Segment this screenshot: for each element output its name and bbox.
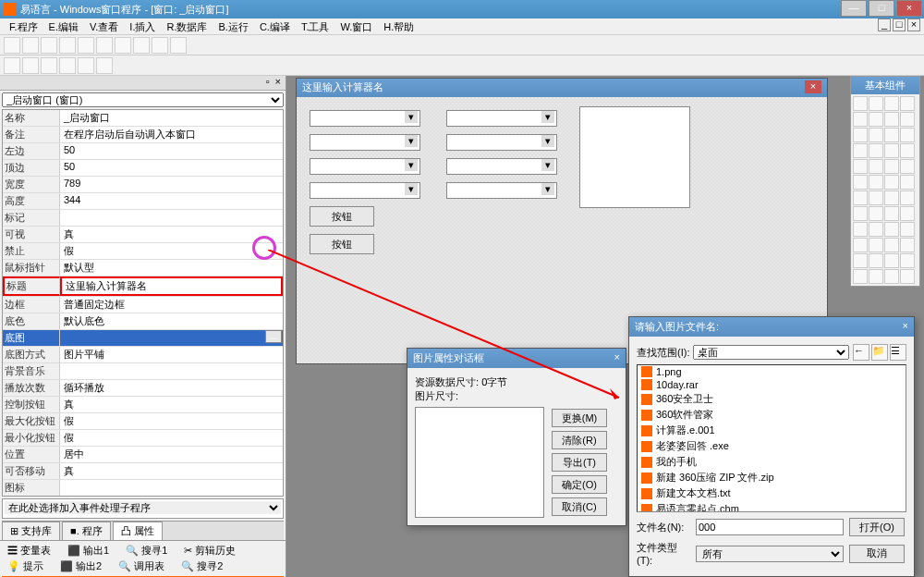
property-value[interactable]: 真 [60,227,283,242]
property-value[interactable]: 普通固定边框 [60,297,283,313]
toolbar-open-icon[interactable] [22,37,39,54]
property-value[interactable]: 默认型 [60,260,283,276]
property-row[interactable]: 图标 [3,480,283,497]
toolbox-item[interactable] [900,112,915,127]
file-item[interactable]: 360软件管家 [638,407,906,423]
toolbox-item[interactable] [869,143,883,158]
toolbar-undo-icon[interactable] [115,37,131,54]
toolbox-item[interactable] [884,128,899,142]
menu-item[interactable]: C.编译 [254,18,296,34]
menu-item[interactable]: I.插入 [124,18,161,34]
view-menu-icon[interactable]: ☰ [890,344,906,361]
property-value[interactable]: 在程序启动后自动调入本窗口 [60,127,283,142]
toolbox-item[interactable] [853,143,868,158]
property-value[interactable]: 344 [60,193,283,209]
output-tab[interactable]: 💡 提示 [2,559,49,574]
combo-2[interactable] [310,134,420,151]
button-1[interactable]: 按钮 [310,206,374,227]
property-value[interactable]: 真 [60,463,283,479]
property-row[interactable]: 鼠标指针默认型 [3,260,283,276]
toolbox-item[interactable] [853,128,868,142]
output-tab[interactable]: 🔍 搜寻2 [176,559,228,574]
toolbox-item[interactable] [900,128,915,142]
file-item[interactable]: 360安全卫士 [638,391,906,407]
button-2[interactable]: 按钮 [310,234,374,254]
image-placeholder[interactable] [579,106,690,208]
filename-input[interactable] [696,519,844,535]
align-right-icon[interactable] [41,57,57,74]
toolbox-item[interactable] [869,269,883,284]
toolbox-item[interactable] [900,96,915,111]
left-tab[interactable]: ⊞ 支持库 [2,522,60,540]
left-tab[interactable]: 凸 属性 [113,522,163,540]
property-value[interactable] [60,480,283,496]
file-item[interactable]: 计算器.e.001 [638,423,906,438]
file-item[interactable]: 新建 360压缩 ZIP 文件.zip [638,470,906,485]
property-value[interactable]: 居中 [60,447,283,462]
export-button[interactable]: 导出(T) [552,453,607,472]
mdi-close-icon[interactable]: × [907,18,920,31]
file-item[interactable]: 新建文本文档.txt [638,485,906,501]
close-button[interactable]: × [896,0,922,17]
toolbox-item[interactable] [853,222,868,237]
combo-3[interactable] [310,158,420,175]
property-row[interactable]: 备注在程序启动后自动调入本窗口 [3,127,283,143]
toolbar-copy-icon[interactable] [78,37,94,54]
output-tab[interactable]: 🔍 搜寻1 [120,543,173,559]
filedlg-close-icon[interactable]: × [903,320,908,334]
menu-item[interactable]: F.程序 [4,18,43,34]
property-row[interactable]: 背景音乐 [3,363,283,380]
folder-up-icon[interactable]: ← [853,344,869,361]
property-value[interactable]: 循环播放 [60,380,283,396]
change-button[interactable]: 更换(M) [552,409,607,427]
output-tab[interactable]: ✂ 剪辑历史 [178,543,241,559]
toolbox-item[interactable] [853,159,868,174]
file-item[interactable]: 我的手机 [638,454,906,470]
toolbar-save-icon[interactable] [41,37,57,54]
property-edit-button[interactable]: ... [265,330,282,343]
property-value[interactable] [60,210,283,226]
menu-item[interactable]: H.帮助 [378,18,419,34]
output-tab[interactable]: ⬛ 输出1 [62,543,115,559]
pane-pin-icon[interactable]: ▫ [263,76,273,90]
left-tab[interactable]: ■. 程序 [62,522,111,540]
ok-button[interactable]: 确定(O) [552,475,607,494]
combo-5[interactable] [446,110,557,127]
property-row[interactable]: 左边50 [3,143,283,160]
toolbox-item[interactable] [884,96,899,111]
toolbox-item[interactable] [869,206,883,221]
toolbox-item[interactable] [869,238,883,252]
toolbox-item[interactable] [900,143,915,158]
toolbox-item[interactable] [900,222,915,237]
align-left-icon[interactable] [4,57,20,74]
toolbox-item[interactable] [853,96,868,111]
form-close-icon[interactable]: × [805,80,821,93]
toolbox-item[interactable] [900,269,915,284]
property-value[interactable]: _启动窗口 [60,110,283,126]
property-row[interactable]: 播放次数循环播放 [3,380,283,397]
property-value[interactable]: 50 [60,143,283,159]
cancel-button[interactable]: 取消(C) [552,497,607,516]
maximize-button[interactable]: □ [869,0,894,17]
toolbox-item[interactable] [853,190,868,205]
toolbar-run-icon[interactable] [152,37,168,54]
file-item[interactable]: 1.png [638,365,906,378]
toolbox-item[interactable] [884,112,899,127]
menu-item[interactable]: R.数据库 [161,18,213,34]
toolbox-item[interactable] [884,159,899,174]
property-row[interactable]: 标题这里输入计算器名 [3,276,283,297]
pane-close-icon[interactable]: × [273,76,284,90]
combo-4[interactable] [310,182,420,199]
property-value[interactable]: ... [60,330,283,346]
toolbox-item[interactable] [884,206,899,221]
property-value[interactable]: 50 [60,160,283,176]
property-row[interactable]: 宽度789 [3,177,283,193]
toolbox-item[interactable] [853,112,868,127]
toolbox-item[interactable] [884,269,899,284]
toolbox-item[interactable] [869,96,883,111]
property-row[interactable]: 最大化按钮假 [3,413,283,430]
menu-item[interactable]: E.编辑 [43,18,84,34]
lookin-select[interactable]: 桌面 [693,345,849,360]
toolbar-paste-icon[interactable] [96,37,113,54]
toolbox-item[interactable] [869,175,883,190]
